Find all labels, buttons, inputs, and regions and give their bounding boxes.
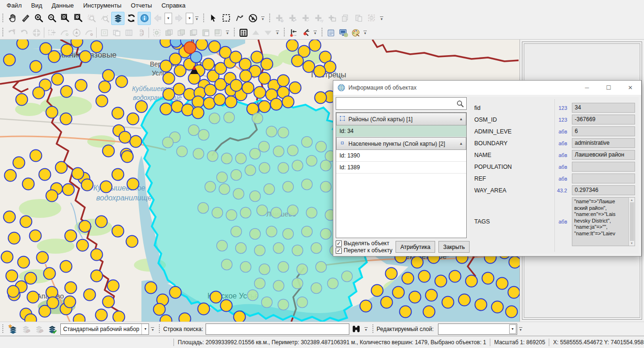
settlement-marker[interactable] <box>30 61 42 73</box>
settlement-marker[interactable] <box>100 181 112 193</box>
region-settlement-marker[interactable] <box>255 278 265 289</box>
settlement-marker[interactable] <box>459 294 471 306</box>
object-info-button[interactable] <box>138 12 151 25</box>
settlement-marker[interactable] <box>1 251 13 263</box>
snap-edge-tool[interactable] <box>287 26 299 39</box>
find-button[interactable] <box>350 323 363 335</box>
settlement-marker[interactable] <box>96 95 108 107</box>
polygon-clip[interactable] <box>199 26 212 39</box>
settlement-marker[interactable] <box>259 101 271 113</box>
settlement-marker[interactable] <box>74 314 85 322</box>
region-settlement-marker[interactable] <box>302 137 313 148</box>
toolbar-overflow[interactable]: ▼ <box>226 31 229 34</box>
region-settlement-marker[interactable] <box>297 297 308 308</box>
copy-object[interactable] <box>339 12 352 25</box>
region-settlement-marker[interactable] <box>321 160 331 171</box>
region-settlement-marker[interactable] <box>297 264 308 275</box>
settlement-marker[interactable] <box>46 107 58 118</box>
map-search-input[interactable] <box>206 323 349 335</box>
menu-help[interactable]: Справка <box>157 1 190 10</box>
workset-clear-button[interactable] <box>32 323 45 336</box>
settlement-marker[interactable] <box>402 273 414 284</box>
settlement-marker[interactable] <box>119 132 131 143</box>
layer-group-header[interactable]: Районы (Слой карты) [1]▲ <box>336 113 466 125</box>
region-settlement-marker[interactable] <box>240 262 251 273</box>
refresh-button[interactable] <box>124 12 138 25</box>
add-object[interactable] <box>272 12 286 25</box>
polygon-intersect[interactable] <box>212 26 224 39</box>
region-settlement-marker[interactable] <box>264 184 275 195</box>
settlement-marker[interactable] <box>20 216 32 228</box>
close-icon[interactable]: ✕ <box>619 81 641 95</box>
workset-favorite-button[interactable] <box>6 323 19 336</box>
region-settlement-marker[interactable] <box>250 149 261 159</box>
settlement-marker[interactable] <box>103 296 115 308</box>
settlement-marker[interactable] <box>30 150 42 162</box>
region-settlement-marker[interactable] <box>250 229 261 240</box>
region-settlement-marker[interactable] <box>278 299 289 310</box>
settlement-marker[interactable] <box>287 40 298 51</box>
region-settlement-marker[interactable] <box>189 125 199 136</box>
found-object-item[interactable]: Id: 1390 <box>336 150 466 162</box>
checkbox[interactable]: ✓ <box>336 240 342 247</box>
toolbar-grip[interactable] <box>2 28 4 37</box>
zoom-to-selection[interactable] <box>85 12 98 25</box>
region-settlement-marker[interactable] <box>311 243 322 254</box>
settlement-marker[interactable] <box>466 275 478 287</box>
settlement-marker[interactable] <box>80 51 91 63</box>
region-settlement-marker[interactable] <box>231 226 242 237</box>
styles-button[interactable] <box>349 26 362 39</box>
attribute-value-multiline[interactable]: "name"=>"Лаише вский район", "name:en"=>… <box>572 197 635 246</box>
paste-object[interactable] <box>352 12 365 25</box>
region-settlement-marker[interactable] <box>252 113 263 124</box>
settlement-marker[interactable] <box>96 309 107 321</box>
settlement-marker[interactable] <box>289 82 301 94</box>
settlement-marker[interactable] <box>189 73 200 84</box>
settlement-marker[interactable] <box>261 58 273 70</box>
region-settlement-marker[interactable] <box>278 262 289 273</box>
region-settlement-marker[interactable] <box>245 165 256 176</box>
workset-remove-button[interactable] <box>19 323 32 336</box>
region-settlement-marker[interactable] <box>231 170 242 181</box>
nav-back-button[interactable] <box>151 12 164 25</box>
settlement-marker[interactable] <box>160 103 172 115</box>
settlement-marker[interactable] <box>37 252 49 264</box>
zoom-out[interactable] <box>45 12 58 25</box>
settlement-marker[interactable] <box>145 282 157 294</box>
nav-forward-button[interactable] <box>172 12 185 25</box>
toolbar-grip[interactable] <box>283 28 286 37</box>
region-settlement-marker[interactable] <box>255 245 265 256</box>
settlement-marker[interactable] <box>91 249 103 261</box>
settlement-marker[interactable] <box>64 296 76 308</box>
region-settlement-marker[interactable] <box>266 226 277 237</box>
settlement-marker[interactable] <box>103 70 115 82</box>
settlement-marker[interactable] <box>61 86 73 98</box>
settlement-marker[interactable] <box>314 66 326 77</box>
settlement-marker[interactable] <box>44 268 56 280</box>
settlement-marker[interactable] <box>271 99 282 110</box>
settlement-marker[interactable] <box>508 287 520 298</box>
toolbar-grip[interactable] <box>203 14 205 23</box>
settlement-marker[interactable] <box>419 271 430 282</box>
region-settlement-marker[interactable] <box>288 145 298 156</box>
menu-view[interactable]: Вид <box>26 1 47 10</box>
settlement-marker[interactable] <box>91 41 103 53</box>
settlement-marker[interactable] <box>75 80 87 91</box>
settlement-marker[interactable] <box>127 178 139 190</box>
region-settlement-marker[interactable] <box>240 207 251 218</box>
settlement-marker[interactable] <box>65 282 77 294</box>
region-settlement-marker[interactable] <box>236 243 247 254</box>
attribute-value[interactable]: -367669 <box>572 115 635 124</box>
move-down[interactable] <box>262 26 274 39</box>
editable-layer-combo[interactable]: ▼ <box>438 323 517 335</box>
region-settlement-marker[interactable] <box>224 112 235 123</box>
polygon-subtract[interactable] <box>175 26 187 39</box>
polygon-merge[interactable] <box>187 26 199 39</box>
region-settlement-marker[interactable] <box>273 243 284 254</box>
region-settlement-marker[interactable] <box>283 229 294 240</box>
toolbar-overflow[interactable]: ▼ <box>261 17 264 20</box>
region-settlement-marker[interactable] <box>292 278 303 289</box>
settlement-marker[interactable] <box>242 82 254 94</box>
settlement-marker[interactable] <box>47 297 59 309</box>
settlement-marker[interactable] <box>5 170 17 182</box>
